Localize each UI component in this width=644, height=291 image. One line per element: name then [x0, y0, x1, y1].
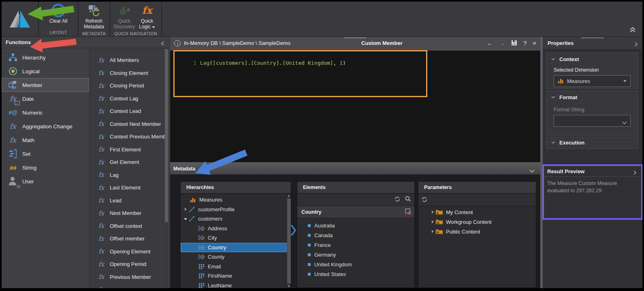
format-string-label: Format String	[554, 107, 638, 113]
refresh-metadata-button[interactable]: Refresh Metadata	[81, 3, 107, 30]
info-icon[interactable]: i	[174, 40, 181, 47]
format-section-header[interactable]: Format	[546, 91, 638, 100]
function-list-item[interactable]: fx Lag	[90, 169, 165, 182]
hierarchy-tree-row[interactable]: customerProfile	[181, 205, 287, 215]
element-list-item[interactable]: Canada	[297, 230, 414, 240]
function-category-row[interactable]: fx Date	[2, 92, 89, 106]
hierarchies-scrollbar-thumb[interactable]	[287, 198, 291, 284]
function-category-icon: fx	[8, 93, 18, 104]
scroll-up-arrow[interactable]	[288, 195, 290, 197]
hierarchy-item-icon	[198, 263, 205, 270]
metadata-collapse-button[interactable]	[529, 167, 535, 174]
function-category-icon: fx	[8, 121, 18, 132]
clear-selection-button[interactable]	[405, 208, 412, 217]
function-list-item[interactable]: fx Context Previous Member	[90, 130, 165, 143]
back-button[interactable]: ←	[487, 40, 493, 46]
clear-all-button[interactable]: Clear All	[45, 3, 72, 29]
hierarchy-tree-row[interactable]: County	[181, 252, 287, 262]
function-list-item[interactable]: fx Closing Element	[90, 67, 165, 80]
function-category-row[interactable]: fx Math	[2, 133, 89, 147]
tree-expander-icon[interactable]	[182, 208, 189, 211]
functions-scrollbar-thumb[interactable]	[165, 49, 168, 222]
forward-button[interactable]: →	[499, 40, 505, 46]
properties-panel: Properties Context Selected Dimension Me…	[543, 37, 642, 288]
save-button[interactable]	[511, 40, 517, 47]
tree-expander-icon[interactable]	[430, 230, 435, 233]
hierarchies-scrollbar[interactable]	[287, 194, 291, 288]
hierarchy-tree-row[interactable]: Country	[181, 243, 287, 253]
formula-code-line[interactable]: 1Lag([customers].[Country].[United Kingd…	[174, 54, 346, 72]
app-logo[interactable]	[2, 2, 39, 36]
collapse-properties-button[interactable]	[635, 41, 638, 48]
hierarchy-tree-row[interactable]: Email	[181, 262, 287, 272]
close-button[interactable]: ×	[533, 40, 536, 46]
function-list-item[interactable]: fx Next Member	[90, 207, 165, 220]
scroll-down-arrow[interactable]	[288, 285, 290, 287]
hierarchy-tree-row[interactable]: customers	[181, 214, 287, 224]
execution-section-header[interactable]: Execution	[546, 137, 638, 146]
function-list-item[interactable]: fx Opening Period	[90, 258, 165, 271]
function-category-row[interactable]: Logical	[2, 64, 89, 78]
function-list-item[interactable]: fx	[90, 283, 165, 288]
function-category-row[interactable]: fx User	[2, 174, 89, 188]
selected-dimension-dropdown[interactable]: Measures	[554, 75, 631, 87]
function-list-item[interactable]: fx Last Element	[90, 181, 165, 194]
collapse-functions-panel-button[interactable]	[161, 40, 164, 47]
chevron-down-icon	[551, 141, 555, 144]
parameter-tree-row[interactable]: Workgroup Content	[418, 217, 536, 227]
function-category-row[interactable]: Set	[2, 147, 89, 161]
function-list-item[interactable]: fx Opening Element	[90, 245, 165, 258]
fx-icon: fx	[98, 248, 107, 255]
function-list-item[interactable]: fx Lead	[90, 194, 165, 207]
function-category-row[interactable]: #@ Numeric	[2, 106, 89, 119]
hierarchy-tree-row[interactable]: Address	[181, 224, 287, 234]
tree-expander-icon[interactable]	[430, 210, 435, 214]
function-list-item[interactable]: fx Context Lead	[90, 105, 165, 118]
elements-search-button[interactable]	[405, 196, 411, 204]
parameters-refresh-button[interactable]	[422, 197, 427, 204]
function-list-item[interactable]: fx Previous Member	[90, 271, 165, 284]
function-list-item[interactable]: fx Context Next Member	[90, 118, 165, 131]
properties-grip-handle[interactable]	[581, 37, 604, 38]
elements-toolbar	[297, 194, 414, 206]
metadata-section-bar[interactable]: Metadata	[170, 162, 540, 175]
collapse-ribbon-button[interactable]	[629, 27, 636, 34]
format-string-dropdown[interactable]	[554, 115, 631, 127]
element-list-item[interactable]: France	[297, 240, 414, 250]
chevron-right-icon	[633, 170, 636, 175]
function-category-row[interactable]: Member	[2, 78, 89, 92]
hierarchy-tree-row[interactable]: City	[181, 233, 287, 243]
function-category-row[interactable]: fx Aggregation Change	[2, 119, 89, 133]
function-list-item[interactable]: fx First Element	[90, 143, 165, 156]
elements-refresh-button[interactable]	[395, 196, 400, 204]
element-list-item[interactable]: Australia	[297, 221, 414, 230]
function-list-item[interactable]: fx Context Lag	[90, 92, 165, 105]
hierarchy-item-label: County	[208, 254, 224, 260]
function-category-row[interactable]: ## String	[2, 161, 89, 174]
element-list-item[interactable]: United States	[297, 269, 414, 279]
parameter-tree-row[interactable]: My Content	[418, 207, 536, 217]
quick-logic-button[interactable]: fx Quick Logic	[136, 3, 158, 30]
parameters-panel: Parameters	[418, 181, 536, 288]
hierarchy-tree-row[interactable]: FirstName	[181, 271, 287, 281]
tree-expander-icon[interactable]	[182, 217, 189, 220]
function-label: Context Lead	[110, 108, 141, 114]
function-list-item[interactable]: fx Closing Period	[90, 79, 165, 92]
help-button[interactable]: ?	[523, 40, 527, 46]
function-list-item[interactable]: fx Offset context	[90, 220, 165, 233]
hierarchy-tree-row[interactable]: Measures	[181, 195, 287, 205]
formula-editor[interactable]: 1Lag([customers].[Country].[United Kingd…	[170, 49, 540, 162]
element-list-item[interactable]: United Kingdom	[297, 259, 414, 269]
function-list-item[interactable]: fx Offset member	[90, 232, 165, 245]
hierarchy-tree-row[interactable]: LastName	[181, 281, 287, 289]
context-section-header[interactable]: Context	[546, 53, 638, 62]
function-list-item[interactable]: fx All Members	[90, 54, 165, 67]
expand-elements-chevron[interactable]	[291, 225, 296, 238]
functions-scrollbar[interactable]	[165, 48, 168, 288]
parameter-tree-row[interactable]: Public Content	[418, 227, 536, 236]
element-list-item[interactable]: Germany	[297, 250, 414, 259]
expand-result-preview-button[interactable]	[633, 169, 636, 176]
function-list-item[interactable]: fx Get Element	[90, 156, 165, 169]
tree-expander-icon[interactable]	[430, 220, 435, 223]
function-category-row[interactable]: Hierarchy	[2, 51, 89, 64]
